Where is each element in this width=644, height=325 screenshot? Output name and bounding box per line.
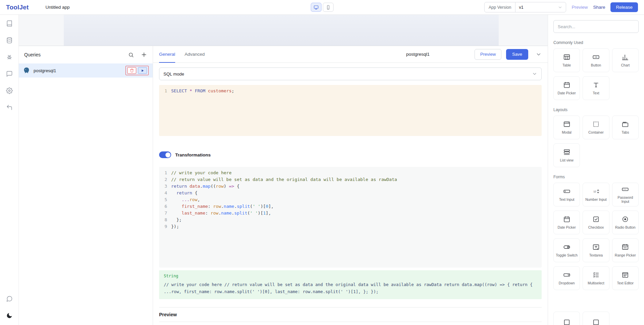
- sql-code-editor[interactable]: 1SELECT * FROM customers;: [159, 85, 542, 136]
- line-number: 9: [159, 223, 171, 230]
- transformation-result: String // write your code here // return…: [159, 270, 542, 299]
- widget-card-radio-button[interactable]: Radio Button: [612, 211, 639, 234]
- help-chat-icon[interactable]: [6, 295, 13, 302]
- line-number: 1: [159, 170, 171, 176]
- debugger-icon[interactable]: [6, 54, 13, 60]
- app-canvas[interactable]: [19, 15, 548, 46]
- queries-panel-actions: [128, 51, 147, 58]
- sidebar-bottom-icons: [6, 295, 13, 319]
- query-save-button[interactable]: Save: [506, 49, 528, 60]
- widget-card-list-view[interactable]: List view: [553, 143, 580, 167]
- query-list-item[interactable]: postgresql1: [19, 63, 153, 78]
- pages-icon[interactable]: [6, 20, 13, 27]
- radio-icon: [622, 216, 629, 223]
- components-section-title: Layouts: [553, 107, 639, 112]
- widget-card-text[interactable]: Text: [583, 76, 609, 100]
- dark-mode-icon[interactable]: [6, 312, 13, 319]
- query-editor-tab-bar: General Advanced postgresql1 Preview Sav…: [153, 46, 548, 63]
- line-number: 8: [159, 217, 171, 223]
- code-line: 1SELECT * FROM customers;: [159, 88, 542, 94]
- transformations-toggle[interactable]: [159, 151, 171, 158]
- code-line: 3return data.map((row) => {: [159, 183, 542, 190]
- code-text: // return value will be set as data and …: [171, 176, 397, 183]
- query-preview-button[interactable]: Preview: [475, 49, 501, 60]
- release-button[interactable]: Release: [610, 2, 638, 12]
- query-search-button[interactable]: [128, 52, 134, 58]
- calendar-icon: [563, 81, 571, 89]
- line-number: 4: [159, 190, 171, 196]
- share-button[interactable]: Share: [593, 5, 605, 10]
- widget-card-range-picker[interactable]: Range Picker: [612, 238, 639, 262]
- left-sidebar: [0, 15, 19, 325]
- widget-card-password-input[interactable]: Password Input: [612, 183, 639, 206]
- widget-card-date-picker[interactable]: Date Picker: [553, 76, 580, 100]
- widget-card-modal[interactable]: Modal: [553, 115, 580, 139]
- widget-card[interactable]: [583, 312, 609, 325]
- code-text: first_name: row.name.split(' ')[0],: [171, 203, 274, 210]
- sql-mode-select[interactable]: SQL mode: [159, 67, 542, 80]
- widget-icon: [592, 319, 600, 325]
- add-query-button[interactable]: [141, 51, 147, 58]
- run-query-button[interactable]: [138, 67, 147, 74]
- calendar-icon: [563, 216, 571, 223]
- widget-card-table[interactable]: Table: [553, 48, 580, 72]
- comments-icon[interactable]: [6, 71, 13, 77]
- delete-query-button[interactable]: [127, 67, 136, 74]
- settings-icon[interactable]: [6, 87, 13, 94]
- transformation-code-editor[interactable]: 1// write your code here2// return value…: [159, 167, 542, 268]
- tooljet-logo[interactable]: ToolJet: [6, 4, 29, 11]
- widget-card-tabs[interactable]: Tabs: [612, 115, 639, 139]
- canvas-size-toggles: [311, 3, 334, 12]
- components-search-input[interactable]: [553, 20, 639, 33]
- tab-advanced[interactable]: Advanced: [185, 46, 205, 63]
- widget-label: Modal: [562, 130, 572, 134]
- widget-card-text-editor[interactable]: Text Editor: [612, 266, 639, 290]
- code-line: 7 last_name: row.name.split(' ')[1],: [159, 210, 542, 217]
- result-value: // write your code here // return value …: [164, 281, 537, 295]
- widget-card-dropdown[interactable]: Dropdown: [553, 266, 580, 290]
- preview-section-title: Preview: [159, 308, 542, 322]
- widget-label: Dropdown: [559, 281, 575, 285]
- mobile-layout-button[interactable]: [323, 3, 334, 12]
- canvas-viewport[interactable]: [64, 15, 499, 46]
- search-icon: [128, 52, 134, 58]
- code-text: // write your code here: [171, 170, 232, 176]
- svg-text:OK: OK: [595, 56, 598, 58]
- components-section-title: Commonly Used: [553, 40, 639, 45]
- widget-card-container[interactable]: Container: [583, 115, 609, 139]
- widget-card-button[interactable]: OKButton: [583, 48, 609, 72]
- chevron-down-icon: [536, 51, 542, 57]
- range-picker-icon: [622, 243, 629, 251]
- components-grid: ModalContainerTabsList view: [553, 115, 639, 167]
- undo-icon[interactable]: [6, 104, 13, 111]
- widget-label: Password Input: [614, 195, 637, 203]
- components-grid: [553, 312, 639, 325]
- widget-card-number-input[interactable]: 12Number Input: [583, 183, 609, 206]
- widget-card-textarea[interactable]: Textarea: [583, 238, 609, 262]
- app-version-label: App Version: [485, 2, 515, 12]
- app-version-select[interactable]: v1: [515, 2, 566, 12]
- widget-card-date-picker[interactable]: Date Picker: [553, 211, 580, 234]
- widget-card-text-input[interactable]: Text Input: [553, 183, 580, 206]
- widget-label: Number Input: [585, 197, 607, 201]
- collapse-panel-button[interactable]: [536, 51, 542, 57]
- desktop-layout-button[interactable]: [311, 3, 321, 12]
- tab-general[interactable]: General: [159, 46, 175, 63]
- components-grid: Text Input12Number InputPassword InputDa…: [553, 183, 639, 290]
- widget-card[interactable]: [553, 312, 580, 325]
- widget-card-multiselect[interactable]: Multiselect: [583, 266, 609, 290]
- top-bar: ToolJet Untitled app App Version v1 Prev…: [0, 0, 644, 15]
- app-name[interactable]: Untitled app: [46, 5, 70, 10]
- text-icon: [592, 81, 600, 89]
- widget-label: Checkbox: [588, 225, 604, 229]
- widget-label: Tabs: [622, 130, 629, 134]
- widget-card-toggle-switch[interactable]: Toggle Switch: [553, 238, 580, 262]
- preview-button[interactable]: Preview: [572, 5, 588, 10]
- widget-icon: [563, 319, 571, 325]
- widget-card-checkbox[interactable]: Checkbox: [583, 211, 609, 234]
- number-input-icon: 12: [592, 188, 600, 195]
- monitor-icon: [313, 5, 319, 10]
- widget-card-chart[interactable]: Chart: [612, 48, 639, 72]
- database-icon[interactable]: [6, 37, 13, 44]
- code-line: 8 };: [159, 217, 542, 223]
